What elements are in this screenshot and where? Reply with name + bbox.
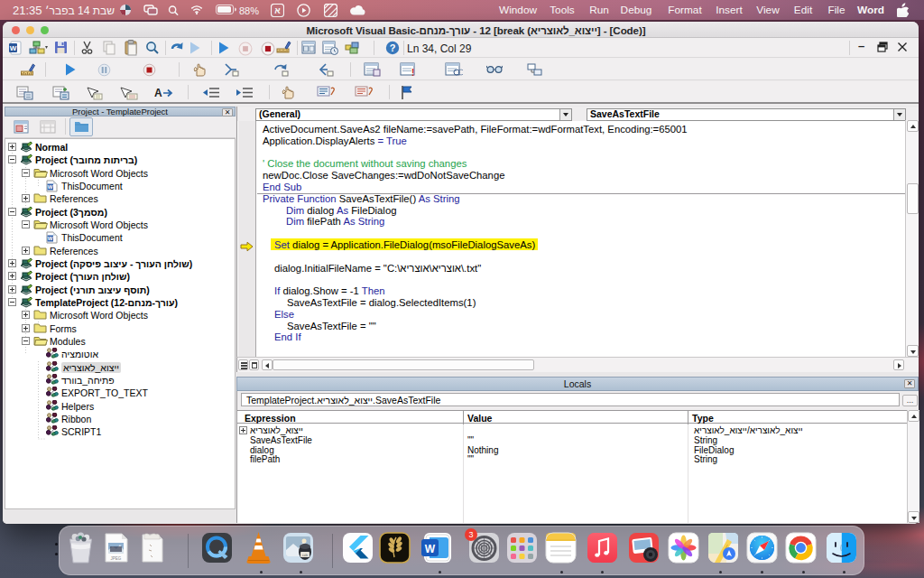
svg-text:3: 3 [468,530,473,539]
svg-text:cafe: cafe [301,554,308,557]
svg-text:W: W [10,44,17,52]
svg-text:W: W [424,543,435,555]
svg-text:JPEG: JPEG [110,556,121,561]
svg-text:W: W [48,236,53,241]
svg-text:?: ? [390,42,396,53]
svg-text:!: ! [411,68,414,77]
svg-text:A: A [154,87,162,99]
svg-text:W: W [48,184,53,190]
svg-text:א: א [274,5,281,15]
